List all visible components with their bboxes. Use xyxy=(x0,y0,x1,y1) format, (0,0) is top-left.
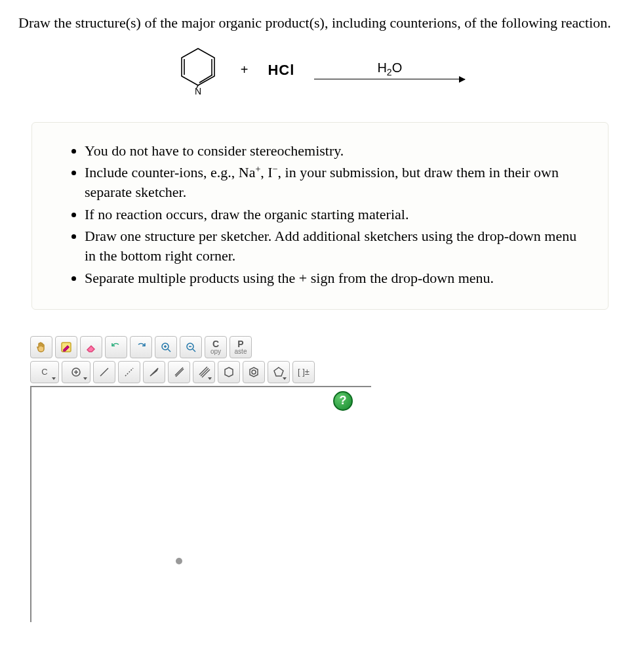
cyclohexane[interactable] xyxy=(218,361,240,383)
label-small: aste xyxy=(235,348,247,355)
label-small: opy xyxy=(210,348,221,355)
svg-line-8 xyxy=(168,349,170,352)
arrow-condition: H2O xyxy=(377,60,402,77)
pent-icon xyxy=(272,366,285,379)
erase-tool[interactable] xyxy=(80,336,102,358)
instruction-item: If no reaction occurs, draw the organic … xyxy=(85,205,583,224)
dotted-bond[interactable] xyxy=(118,361,140,383)
label-big: C xyxy=(212,339,219,348)
svg-line-12 xyxy=(193,349,195,352)
svg-text:N: N xyxy=(195,86,201,96)
pan-tool[interactable] xyxy=(30,336,52,358)
zoom-in-icon xyxy=(159,341,172,354)
toolbar-row-2: C[ ]± xyxy=(30,361,371,383)
zoom-out-icon xyxy=(184,341,197,354)
svg-marker-25 xyxy=(250,368,258,377)
benz-icon xyxy=(247,366,260,379)
line-icon xyxy=(98,366,111,379)
draw-tool[interactable] xyxy=(55,336,77,358)
charge-tool[interactable]: [ ]± xyxy=(292,361,315,383)
help-button[interactable]: ? xyxy=(333,391,353,411)
chevron-down-icon xyxy=(52,377,56,380)
svg-marker-24 xyxy=(225,368,233,377)
double-bond[interactable] xyxy=(168,361,190,383)
dots-icon xyxy=(123,366,136,379)
pencil-box-icon xyxy=(60,341,73,354)
instruction-item: You do not have to consider stereochemis… xyxy=(85,141,583,161)
benzene[interactable] xyxy=(243,361,265,383)
plus-circle-icon xyxy=(70,366,83,379)
undo-icon xyxy=(110,341,123,354)
svg-marker-27 xyxy=(274,368,283,376)
chevron-down-icon xyxy=(208,377,212,380)
canvas-start-dot xyxy=(176,558,182,564)
triple-bond[interactable] xyxy=(193,361,215,383)
svg-marker-0 xyxy=(182,49,214,85)
instruction-item: Separate multiple products using the + s… xyxy=(85,268,583,288)
svg-line-20 xyxy=(176,369,184,377)
element-menu[interactable]: C xyxy=(30,361,59,383)
undo-tool[interactable] xyxy=(105,336,127,358)
zoom-out-tool[interactable] xyxy=(180,336,202,358)
label-big: P xyxy=(237,339,243,348)
redo-icon xyxy=(134,341,148,354)
button-label: [ ]± xyxy=(298,367,310,377)
toolbar-row-1: CopyPaste xyxy=(30,336,371,358)
svg-point-26 xyxy=(252,370,256,374)
question-text: Draw the structure(s) of the major organ… xyxy=(18,13,622,33)
button-label: C xyxy=(41,367,47,377)
triple-icon xyxy=(197,366,210,379)
wedge-icon xyxy=(148,366,161,379)
double-icon xyxy=(172,366,186,379)
svg-line-18 xyxy=(125,368,133,376)
reaction-scheme: N + HCl H2O xyxy=(18,45,622,96)
add-menu[interactable] xyxy=(62,361,90,383)
reaction-arrow: H2O xyxy=(314,60,465,79)
hex-icon xyxy=(222,366,235,379)
hand-icon xyxy=(35,341,48,354)
zoom-in-tool[interactable] xyxy=(155,336,177,358)
pyridine-structure: N xyxy=(175,45,221,96)
drawing-canvas[interactable]: ? xyxy=(30,386,371,622)
instruction-item: Include counter-ions, e.g., Na+, I−, in … xyxy=(85,163,583,201)
instructions-panel: You do not have to consider stereochemis… xyxy=(31,122,609,310)
svg-line-17 xyxy=(100,368,108,376)
svg-line-19 xyxy=(175,368,183,375)
cyclopentane[interactable] xyxy=(268,361,290,383)
single-bond[interactable] xyxy=(93,361,115,383)
instruction-item: Draw one structure per sketcher. Add add… xyxy=(85,226,583,265)
chevron-down-icon xyxy=(283,377,287,380)
reagent-hcl: HCl xyxy=(268,62,294,79)
instructions-list: You do not have to consider stereochemis… xyxy=(71,141,583,288)
plus-sign: + xyxy=(241,62,249,77)
chevron-down-icon xyxy=(83,377,87,380)
eraser-icon xyxy=(85,341,98,354)
redo-tool[interactable] xyxy=(130,336,152,358)
paste-tool[interactable]: Paste xyxy=(230,336,252,358)
sketcher-widget[interactable]: CopyPaste C[ ]± ? xyxy=(30,336,371,622)
copy-tool[interactable]: Copy xyxy=(205,336,227,358)
wedge-bond[interactable] xyxy=(143,361,165,383)
